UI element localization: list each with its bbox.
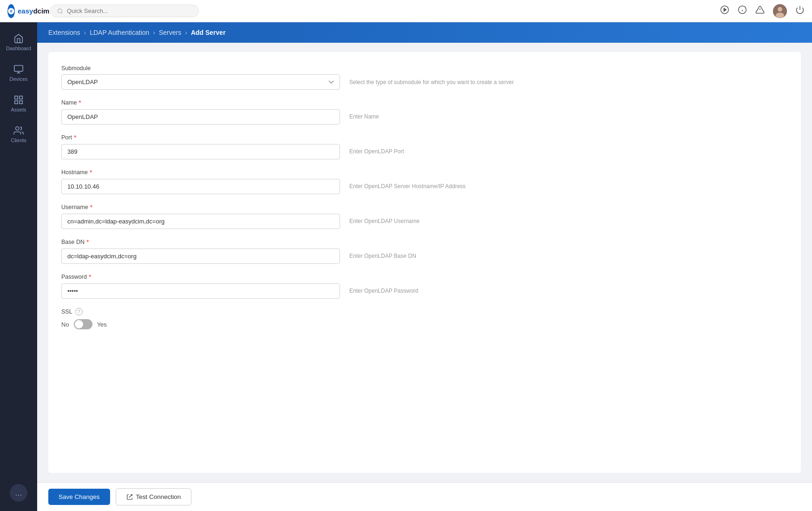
hostname-input[interactable]	[61, 179, 340, 194]
hostname-hint: Enter OpenLDAP Server Hostname/IP Addres…	[349, 183, 465, 190]
power-icon[interactable]	[795, 5, 805, 17]
topbar: easydcim	[0, 0, 812, 22]
username-input[interactable]	[61, 214, 340, 229]
sidebar: Dashboard Devices Assets Clients ...	[0, 22, 37, 511]
name-hint: Enter Name	[349, 113, 379, 120]
sidebar-item-assets[interactable]: Assets	[0, 88, 37, 119]
sidebar-more-button[interactable]: ...	[10, 484, 27, 502]
port-hint: Enter OpenLDAP Port	[349, 148, 404, 155]
port-row: Port * Enter OpenLDAP Port	[61, 134, 788, 159]
ssl-section: SSL ? No Yes	[61, 308, 788, 329]
sidebar-item-devices[interactable]: Devices	[0, 58, 37, 88]
sidebar-dashboard-label: Dashboard	[6, 46, 31, 51]
base-dn-field: Base DN *	[61, 238, 340, 264]
info-icon[interactable]	[738, 5, 747, 17]
port-input[interactable]	[61, 144, 340, 159]
base-dn-required: *	[86, 238, 89, 246]
password-label: Password *	[61, 273, 340, 281]
name-required: *	[79, 99, 81, 106]
username-label: Username *	[61, 203, 340, 211]
port-label: Port *	[61, 134, 340, 141]
ssl-toggle[interactable]	[74, 319, 92, 329]
ssl-yes-label: Yes	[97, 321, 107, 328]
play-icon[interactable]	[720, 5, 729, 17]
hostname-field: Hostname *	[61, 169, 340, 194]
submodule-label: Submodule	[61, 65, 340, 72]
svg-line-20	[129, 494, 131, 497]
submodule-select[interactable]: OpenLDAP ActiveDirectory	[61, 74, 340, 90]
home-icon	[13, 33, 24, 44]
svg-point-10	[776, 13, 784, 18]
save-button[interactable]: Save Changes	[48, 489, 110, 505]
username-hint: Enter OpenLDAP Username	[349, 218, 419, 224]
more-dots: ...	[15, 488, 22, 498]
bottom-bar: Save Changes Test Connection	[37, 482, 812, 511]
password-required: *	[89, 273, 91, 281]
svg-point-19	[16, 127, 19, 130]
name-field: Name *	[61, 99, 340, 124]
ssl-label-row: SSL ?	[61, 308, 788, 315]
breadcrumb-servers[interactable]: Servers	[159, 29, 181, 36]
breadcrumb-ldap[interactable]: LDAP Authentication	[90, 29, 149, 36]
ssl-no-label: No	[61, 321, 69, 328]
content-area: Submodule OpenLDAP ActiveDirectory Selec…	[37, 43, 812, 482]
base-dn-label: Base DN *	[61, 238, 340, 246]
main-area: Extensions › LDAP Authentication › Serve…	[37, 22, 812, 511]
base-dn-input[interactable]	[61, 249, 340, 264]
base-dn-hint: Enter OpenLDAP Base DN	[349, 253, 416, 259]
search-icon	[57, 8, 63, 14]
svg-rect-17	[15, 101, 18, 104]
form-card: Submodule OpenLDAP ActiveDirectory Selec…	[48, 52, 801, 473]
port-field: Port *	[61, 134, 340, 159]
hostname-required: *	[90, 169, 92, 176]
password-field: Password *	[61, 273, 340, 299]
svg-rect-15	[15, 96, 18, 99]
sidebar-assets-label: Assets	[11, 107, 26, 112]
breadcrumb-sep-3: ›	[185, 29, 187, 36]
breadcrumb-sep-2: ›	[153, 29, 155, 36]
name-label: Name *	[61, 99, 340, 106]
breadcrumb: Extensions › LDAP Authentication › Serve…	[37, 22, 812, 43]
test-connection-button[interactable]: Test Connection	[116, 488, 192, 505]
name-input[interactable]	[61, 109, 340, 124]
hostname-label: Hostname *	[61, 169, 340, 176]
sidebar-item-dashboard[interactable]: Dashboard	[0, 27, 37, 58]
alert-icon[interactable]	[755, 5, 765, 17]
hostname-row: Hostname * Enter OpenLDAP Server Hostnam…	[61, 169, 788, 194]
logo-icon	[7, 4, 15, 18]
search-bar[interactable]	[50, 5, 199, 17]
svg-rect-12	[14, 66, 23, 72]
submodule-hint: Select the type of submodule for which y…	[349, 79, 514, 85]
submodule-row: Submodule OpenLDAP ActiveDirectory Selec…	[61, 65, 788, 90]
breadcrumb-add-server: Add Server	[191, 29, 226, 36]
svg-point-9	[778, 7, 782, 12]
clients-icon	[13, 125, 24, 136]
port-required: *	[74, 134, 76, 141]
devices-icon	[13, 64, 24, 74]
search-input[interactable]	[67, 7, 192, 14]
logo[interactable]: easydcim	[7, 4, 45, 18]
password-input[interactable]	[61, 283, 340, 299]
breadcrumb-sep-1: ›	[84, 29, 86, 36]
submodule-field: Submodule OpenLDAP ActiveDirectory	[61, 65, 340, 90]
ssl-toggle-row: No Yes	[61, 319, 788, 329]
sidebar-clients-label: Clients	[11, 138, 26, 143]
password-row: Password * Enter OpenLDAP Password	[61, 273, 788, 299]
avatar[interactable]	[773, 4, 787, 18]
sidebar-item-clients[interactable]: Clients	[0, 119, 37, 150]
username-required: *	[90, 203, 92, 211]
username-field: Username *	[61, 203, 340, 229]
svg-rect-18	[20, 101, 22, 104]
username-row: Username * Enter OpenLDAP Username	[61, 203, 788, 229]
ssl-help-icon[interactable]: ?	[75, 308, 83, 315]
svg-rect-16	[20, 96, 22, 99]
svg-point-0	[58, 9, 62, 13]
breadcrumb-extensions[interactable]: Extensions	[48, 29, 80, 36]
app-body: Dashboard Devices Assets Clients ... Ext…	[0, 22, 812, 511]
sidebar-devices-label: Devices	[9, 76, 27, 82]
logo-text: easydcim	[18, 7, 49, 15]
name-row: Name * Enter Name	[61, 99, 788, 124]
topbar-actions	[720, 4, 805, 18]
test-icon	[126, 494, 133, 500]
password-hint: Enter OpenLDAP Password	[349, 288, 419, 294]
